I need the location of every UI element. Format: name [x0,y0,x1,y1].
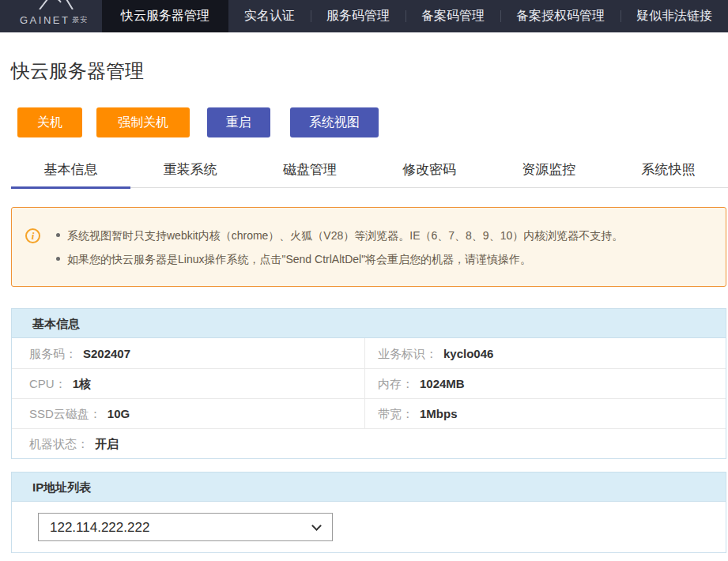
cell-value: 开启 [95,429,119,458]
cell-value: 1024MB [420,369,465,398]
cell-value: 10G [108,399,130,428]
cell-label: 内存： [378,369,413,398]
nav-item-beian-code[interactable]: 备案码管理 [405,0,500,32]
cell-value: 1Mbps [420,399,458,428]
logo-cn-text: 景安 [72,15,88,25]
top-nav: GAINET 景安 快云服务器管理 实名认证 服务码管理 备案码管理 备案授权码… [0,0,728,32]
page-title: 快云服务器管理 [11,58,728,84]
tab-resource-monitor[interactable]: 资源监控 [489,160,609,189]
ssd-disk-cell: SSD云磁盘： 10G [12,399,364,428]
notice-box: i 系统视图暂时只支持webkit内核（chrome）、火狐（V28）等浏览器。… [11,207,726,287]
tab-bar: 基本信息 重装系统 磁盘管理 修改密码 资源监控 系统快照 [11,160,728,188]
force-shutdown-button[interactable]: 强制关机 [96,107,190,137]
cell-label: 机器状态： [29,429,89,458]
bullet-icon [56,233,60,237]
nav-item-service-code[interactable]: 服务码管理 [311,0,405,32]
notice-line: 如果您的快云服务器是Linux操作系统，点击"Send CtrlAltDel"将… [56,253,710,265]
main-content: 快云服务器管理 关机 强制关机 重启 系统视图 基本信息 重装系统 磁盘管理 修… [0,58,728,553]
nav-item-realname-auth[interactable]: 实名认证 [228,0,311,32]
memory-cell: 内存： 1024MB [364,369,726,398]
basic-info-panel: 基本信息 服务码： S202407 业务标识： kyclo046 CPU： 1核… [11,308,726,459]
machine-status-cell: 机器状态： 开启 [12,429,726,458]
tab-reinstall-system[interactable]: 重装系统 [130,160,250,189]
tab-basic-info[interactable]: 基本信息 [11,160,130,189]
cell-value: kyclo046 [443,339,493,368]
nav-item-beian-authcode[interactable]: 备案授权码管理 [500,0,620,32]
cell-value: S202407 [83,339,130,368]
basic-info-panel-title: 基本信息 [12,309,726,338]
mountain-peak-icon [38,0,74,9]
table-row: CPU： 1核 内存： 1024MB [12,368,726,398]
ip-list-body: 122.114.222.222 [12,502,726,552]
action-buttons: 关机 强制关机 重启 系统视图 [17,107,728,137]
cell-label: 业务标识： [378,339,437,368]
ip-select-wrap: 122.114.222.222 [38,513,333,541]
cell-label: SSD云磁盘： [29,399,101,428]
ip-list-panel: IP地址列表 122.114.222.222 [11,472,726,553]
tab-system-snapshot[interactable]: 系统快照 [609,160,728,189]
bandwidth-cell: 带宽： 1Mbps [364,399,726,428]
nav-item-cloud-server[interactable]: 快云服务器管理 [102,0,228,32]
notice-line: 系统视图暂时只支持webkit内核（chrome）、火狐（V28）等浏览器。IE… [56,229,710,242]
system-view-button[interactable]: 系统视图 [290,107,379,137]
info-icon: i [25,228,40,243]
service-code-cell: 服务码： S202407 [12,338,364,368]
nav-item-illegal-links[interactable]: 疑似非法链接 [620,0,728,32]
table-row: 服务码： S202407 业务标识： kyclo046 [12,338,726,368]
notice-text: 如果您的快云服务器是Linux操作系统，点击"Send CtrlAltDel"将… [67,253,531,265]
tab-change-password[interactable]: 修改密码 [370,160,489,189]
bullet-icon [56,257,60,261]
logo-text: GAINET [20,14,70,26]
gainet-logo[interactable]: GAINET 景安 [0,0,102,32]
cell-label: 服务码： [29,339,77,368]
table-row: SSD云磁盘： 10G 带宽： 1Mbps [12,398,726,428]
table-row: 机器状态： 开启 [12,428,726,458]
shutdown-button[interactable]: 关机 [17,107,82,137]
nav-menu: 快云服务器管理 实名认证 服务码管理 备案码管理 备案授权码管理 疑似非法链接 [102,0,728,32]
cell-label: CPU： [29,369,66,398]
ip-list-panel-title: IP地址列表 [12,473,726,502]
cell-label: 带宽： [378,399,413,428]
reboot-button[interactable]: 重启 [207,107,270,137]
business-id-cell: 业务标识： kyclo046 [364,338,726,368]
cell-value: 1核 [73,369,91,398]
notice-text: 系统视图暂时只支持webkit内核（chrome）、火狐（V28）等浏览器。IE… [67,229,623,242]
cpu-cell: CPU： 1核 [12,369,364,398]
tab-disk-management[interactable]: 磁盘管理 [250,160,369,189]
ip-select[interactable]: 122.114.222.222 [38,513,333,541]
